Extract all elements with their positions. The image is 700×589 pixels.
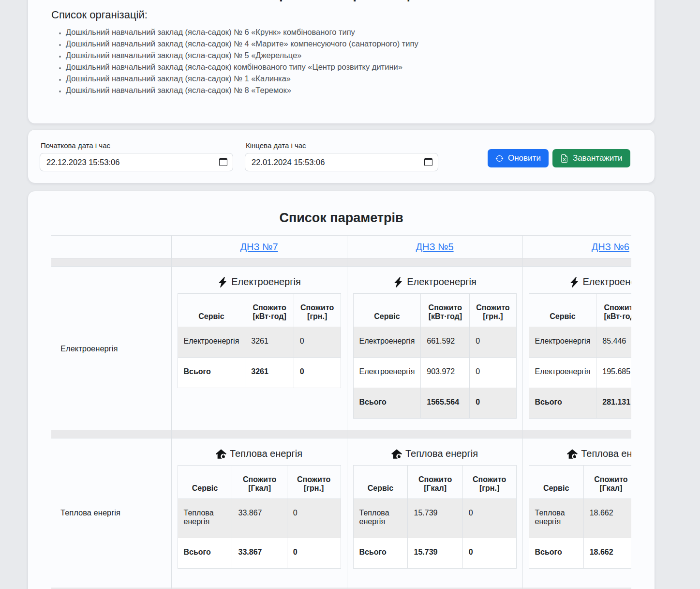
organization-item: Дошкільний навчальний заклад (ясла-садок… — [66, 73, 631, 84]
param-section-title-text: Електроенергія — [231, 276, 301, 287]
param-row-label: Електроенергія — [51, 267, 171, 431]
consumption-table: СервісСпожито [кВт·год]Спожито [грн.]Еле… — [529, 293, 632, 419]
parameters-table-scroll[interactable]: ДНЗ №7ДНЗ №5ДНЗ №6 ЕлектроенергіяЕлектро… — [51, 235, 631, 589]
consumption-total-cell: Всього — [529, 388, 596, 419]
consumption-cell: 33.867 — [232, 499, 287, 538]
organization-item: Дошкільний навчальний заклад (ясла-садок… — [66, 38, 631, 49]
spacer-cell — [171, 430, 347, 438]
param-section-title-text: Теплова енергія — [405, 448, 478, 459]
consumption-cell: 0 — [470, 358, 516, 388]
start-date-field: Початкова дата і час — [40, 141, 233, 171]
consumption-total-cell: 1565.564 — [421, 388, 470, 419]
consumption-row: Електроенергія903.9720 — [353, 358, 516, 388]
calendar-icon[interactable] — [219, 158, 227, 166]
refresh-button[interactable]: Оновити — [488, 149, 549, 167]
consumption-header-cell: Спожито [Гкал] — [232, 466, 287, 499]
spacer-cell — [51, 588, 171, 589]
org-link-2[interactable]: ДНЗ №5 — [416, 242, 453, 252]
consumption-row: Теплова енергія33.8670 — [178, 499, 341, 538]
consumption-header-cell: Сервіс — [178, 294, 245, 327]
parameters-table-head: ДНЗ №7ДНЗ №5ДНЗ №6 — [51, 236, 631, 258]
consumption-header-row: СервісСпожито [Гкал]Спожито [грн.] — [529, 466, 631, 499]
consumption-cell: 85.446 — [596, 327, 631, 358]
download-button[interactable]: Завантажити — [552, 149, 630, 167]
end-date-label: Кінцева дата і час — [246, 141, 438, 150]
consumption-cell: Електроенергія — [529, 327, 596, 358]
spacer-cell — [347, 430, 522, 438]
consumption-table: СервісСпожито [кВт·год]Спожито [грн.]Еле… — [178, 293, 341, 388]
start-date-label: Початкова дата і час — [41, 141, 233, 150]
param-section-title: Теплова енергія — [353, 448, 517, 459]
consumption-row: Електроенергія195.6850 — [529, 358, 631, 388]
consumption-cell: 3261 — [245, 327, 294, 358]
house-fire-icon — [216, 449, 226, 459]
calendar-icon[interactable] — [424, 158, 432, 166]
consumption-header-cell: Спожито [грн.] — [470, 294, 516, 327]
param-org-cell: ЕлектроенергіяСервісСпожито [кВт·год]Спо… — [522, 267, 631, 431]
lightning-icon — [217, 277, 228, 287]
param-section-title: Електроенергія — [529, 276, 632, 287]
refresh-button-label: Оновити — [508, 153, 541, 163]
param-org-cell: ЕлектроенергіяСервісСпожито [кВт·год]Спо… — [171, 267, 347, 431]
consumption-total-cell: 3261 — [245, 358, 294, 388]
consumption-table: СервісСпожито [кВт·год]Спожито [грн.]Еле… — [353, 293, 517, 419]
lightning-icon — [569, 277, 580, 287]
end-date-input-wrap — [245, 153, 438, 171]
param-org-cell: Теплова енергіяСервісСпожито [Гкал]Спожи… — [522, 438, 631, 588]
consumption-header-cell: Спожито [Гкал] — [583, 466, 631, 499]
consumption-total-row: Всього15.7390 — [353, 538, 516, 569]
consumption-total-cell: Всього — [529, 538, 583, 569]
consumption-cell: 15.739 — [408, 499, 462, 538]
filter-actions: Оновити Завантажити — [488, 149, 630, 167]
org-link-3[interactable]: ДНЗ №6 — [592, 242, 629, 252]
param-org-cell: Теплова енергіяСервісСпожито [Гкал]Спожи… — [347, 438, 522, 588]
consumption-row: Електроенергія32610 — [178, 327, 341, 358]
consumption-header-row: СервісСпожито [Гкал]Спожито [грн.] — [353, 466, 516, 499]
consumption-cell: Електроенергія — [529, 358, 596, 388]
consumption-total-cell: 15.739 — [408, 538, 462, 569]
filters-card: Початкова дата і час Кінцева дата і час — [28, 130, 655, 183]
spacer-cell — [171, 588, 347, 589]
consumption-cell: 0 — [462, 499, 516, 538]
consumption-header-cell: Сервіс — [529, 294, 596, 327]
consumption-cell: Теплова енергія — [353, 499, 408, 538]
consumption-table: СервісСпожито [Гкал]Спожито [грн.]Теплов… — [353, 465, 517, 569]
consumption-total-cell: 281.131 — [596, 388, 631, 419]
parameters-table: ДНЗ №7ДНЗ №5ДНЗ №6 ЕлектроенергіяЕлектро… — [51, 235, 631, 589]
spacer-cell — [522, 258, 631, 267]
download-button-label: Завантажити — [573, 153, 623, 163]
consumption-header-row: СервісСпожито [Гкал]Спожито [грн.] — [178, 466, 341, 499]
start-datetime-input[interactable] — [40, 153, 233, 171]
spacer-cell — [51, 258, 171, 267]
consumption-header-cell: Спожито [кВт·год] — [596, 294, 631, 327]
end-datetime-input[interactable] — [245, 153, 438, 171]
consumption-row: Теплова енергія15.7390 — [353, 499, 516, 538]
page: Порівняння організацій Список організаці… — [28, 0, 655, 589]
consumption-cell: 661.592 — [421, 327, 470, 358]
consumption-header-row: СервісСпожито [кВт·год]Спожито [грн.] — [353, 294, 516, 327]
consumption-cell: 0 — [287, 499, 341, 538]
parameters-card: Список параметрів ДНЗ №7ДНЗ №5ДНЗ №6 Еле… — [28, 191, 655, 589]
consumption-cell: Теплова енергія — [529, 499, 583, 538]
consumption-row: Електроенергія661.5920 — [353, 327, 516, 358]
organization-item: Дошкільний навчальний заклад (ясла-садок… — [66, 26, 631, 38]
param-section-title-text: Теплова енергія — [581, 448, 631, 459]
consumption-total-cell: Всього — [353, 388, 421, 419]
consumption-header-cell: Спожито [грн.] — [294, 294, 341, 327]
spacer-row — [51, 258, 631, 267]
org-link-1[interactable]: ДНЗ №7 — [240, 242, 278, 252]
organization-item: Дошкільний навчальний заклад (ясла-садок… — [66, 49, 631, 61]
spacer-cell — [51, 430, 171, 438]
consumption-cell: Електроенергія — [178, 327, 245, 358]
param-section-title-text: Теплова енергія — [230, 448, 302, 459]
org-header-cell: ДНЗ №7 — [171, 236, 347, 258]
consumption-total-cell: Всього — [353, 538, 408, 569]
consumption-cell: 0 — [470, 327, 516, 358]
consumption-header-cell: Спожито [грн.] — [462, 466, 516, 499]
spacer-cell — [347, 258, 522, 267]
org-header-cell: ДНЗ №6 — [522, 236, 631, 258]
start-date-input-wrap — [40, 153, 233, 171]
spacer-cell — [347, 588, 522, 589]
parameters-table-body: ЕлектроенергіяЕлектроенергіяСервісСпожит… — [51, 258, 631, 589]
consumption-header-cell: Спожито [грн.] — [287, 466, 341, 499]
